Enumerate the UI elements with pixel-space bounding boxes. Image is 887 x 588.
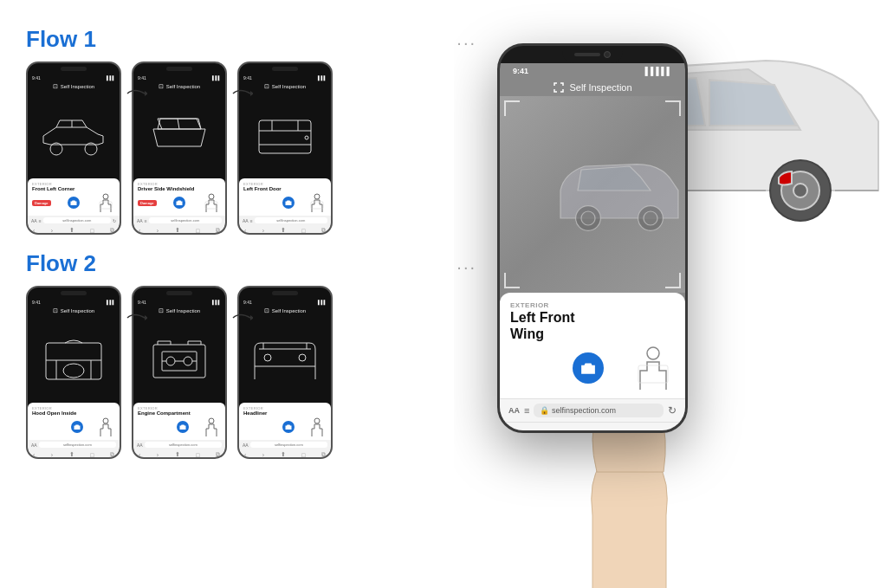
header-text: Self Inspection: [272, 308, 306, 313]
bookmarks-icon[interactable]: □: [301, 228, 305, 234]
bottom-row: [243, 417, 327, 436]
camera-icon: [179, 423, 186, 430]
svg-point-41: [793, 184, 807, 197]
svg-rect-19: [46, 343, 101, 379]
svg-rect-51: [638, 365, 668, 383]
large-person-area: [631, 346, 675, 390]
left-panel: Flow 1 ... 9:41 ▐▐ ▌: [26, 26, 476, 475]
forward-icon[interactable]: ›: [157, 452, 159, 458]
person-svg: [96, 193, 115, 212]
back-icon[interactable]: ‹: [244, 452, 246, 458]
icons: ▐▐ ▌: [105, 75, 115, 81]
forward-icon[interactable]: ›: [157, 228, 159, 234]
bookmarks-icon[interactable]: □: [196, 452, 199, 458]
car-area: [28, 92, 120, 178]
flow2-arrow2: [231, 310, 253, 326]
large-url-box[interactable]: 🔒 selfinspection.com: [534, 404, 664, 417]
large-forward-icon[interactable]: ›: [554, 429, 559, 434]
large-header-text: Self Inspection: [569, 82, 631, 93]
text-size-icon: AA: [31, 218, 37, 223]
bottom-panel: EXTERIOR Engine Compartment: [133, 403, 225, 440]
url-box[interactable]: selfinspection.com: [149, 217, 222, 223]
bookmarks-icon[interactable]: □: [196, 228, 199, 234]
corner-tr: [665, 100, 681, 116]
ar-view: [500, 96, 685, 293]
reload-icon: ↻: [113, 218, 116, 223]
url-box[interactable]: selfinspection.com: [145, 442, 222, 448]
camera-btn[interactable]: [177, 421, 189, 433]
large-tabs-icon[interactable]: ⧉: [651, 428, 660, 433]
back-icon[interactable]: ‹: [139, 452, 140, 458]
reader-icon: ≡: [39, 218, 42, 223]
bookmarks-icon[interactable]: □: [90, 228, 94, 234]
large-label-main: Left Front Wing: [510, 309, 675, 342]
label-main: Engine Compartment: [138, 410, 221, 416]
share-icon[interactable]: ⬆: [175, 451, 180, 458]
time: 9:41: [32, 75, 41, 81]
scan-icon: ⊡: [159, 83, 164, 90]
bookmarks-icon[interactable]: □: [90, 452, 94, 458]
notch: [61, 291, 87, 295]
headliner-svg: [250, 336, 320, 384]
camera-btn[interactable]: [282, 421, 295, 433]
bookmarks-icon[interactable]: □: [301, 452, 305, 458]
svg-point-50: [647, 347, 659, 359]
header-text: Self Inspection: [61, 308, 94, 313]
back-icon[interactable]: ‹: [33, 228, 35, 234]
url-box[interactable]: selfinspection.com: [43, 217, 111, 223]
tabs-icon[interactable]: ⧉: [216, 451, 220, 458]
camera-btn[interactable]: [68, 197, 80, 209]
flow2-section: Flow 2 ... 9:41 ▐▐ ▌: [26, 250, 476, 459]
header-text: Self Inspection: [166, 308, 200, 313]
svg-marker-0: [145, 91, 147, 96]
person-area: [96, 193, 115, 212]
tabs-icon[interactable]: ⧉: [110, 227, 114, 234]
back-icon[interactable]: ‹: [33, 452, 35, 458]
forward-icon[interactable]: ›: [262, 452, 264, 458]
flow2-header: Flow 2 ...: [26, 250, 476, 277]
share-icon[interactable]: ⬆: [281, 227, 286, 234]
forward-icon[interactable]: ›: [51, 452, 53, 458]
share-icon[interactable]: ⬆: [281, 451, 286, 458]
phone-notch: [562, 46, 623, 63]
tabs-icon[interactable]: ⧉: [321, 227, 326, 234]
svg-point-25: [166, 357, 175, 365]
tabs-icon[interactable]: ⧉: [321, 451, 326, 458]
corner-tl: [504, 100, 520, 116]
share-icon[interactable]: ⬆: [69, 227, 74, 234]
share-icon[interactable]: ⬆: [69, 451, 74, 458]
tabs-icon[interactable]: ⧉: [110, 451, 114, 458]
damage-tag: Damage: [138, 200, 157, 206]
svg-line-8: [178, 119, 179, 129]
svg-rect-12: [259, 120, 311, 153]
text-size-label: AA: [508, 406, 520, 415]
svg-point-22: [103, 418, 108, 423]
camera-btn[interactable]: [282, 197, 295, 209]
notch: [272, 67, 298, 71]
large-back-icon[interactable]: ‹: [525, 429, 529, 434]
back-icon[interactable]: ‹: [244, 228, 246, 234]
svg-point-15: [314, 194, 320, 199]
forward-icon[interactable]: ›: [51, 228, 53, 234]
large-camera-btn[interactable]: [573, 352, 604, 384]
url-box[interactable]: selfinspection.com: [39, 442, 116, 448]
share-icon[interactable]: ⬆: [175, 227, 180, 234]
car-svg: [39, 112, 108, 159]
url-box[interactable]: selfinspection.com: [255, 217, 327, 223]
label-main: Hood Open Inside: [32, 410, 115, 416]
camera-btn[interactable]: [173, 197, 185, 209]
back-icon[interactable]: ‹: [139, 228, 140, 234]
camera-btn[interactable]: [71, 421, 83, 433]
bottom-row: [243, 193, 327, 212]
large-signal: ▐▐▐ ▌▌: [643, 67, 672, 75]
status-bar: 9:41 ▐▐ ▌: [28, 74, 120, 81]
screen: 9:41 ▐▐ ▌ ⊡ Self Inspection: [28, 74, 120, 235]
tabs-icon[interactable]: ⧉: [216, 227, 220, 234]
url-box[interactable]: selfinspection.com: [250, 442, 327, 448]
large-bookmarks-icon[interactable]: □: [618, 429, 625, 434]
status-bar: 9:41 ▐▐ ▌: [133, 74, 225, 81]
forward-icon[interactable]: ›: [262, 228, 264, 234]
text-size-icon: AA: [137, 218, 143, 223]
svg-point-13: [305, 136, 308, 139]
large-share-icon[interactable]: ⬆: [583, 429, 593, 434]
